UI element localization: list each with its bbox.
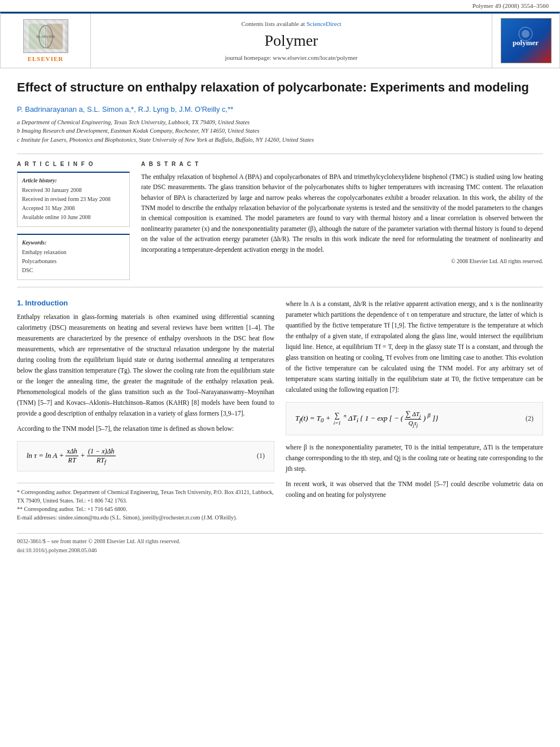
svg-text:polymer: polymer [513,38,539,47]
section-number: 1. [17,299,23,307]
footnote-star: * Corresponding author. Department of Ch… [17,488,274,505]
keywords-section: Keywords: Enthalpy relaxation Polycarbon… [17,234,130,280]
available-date: Available online 10 June 2008 [22,213,125,222]
equation-1-number: (1) [257,452,265,460]
affiliation-c: c Institute for Lasers, Photonics and Bi… [17,136,543,145]
svg-rect-2 [47,24,63,49]
elsevier-image: ELSEVIER [23,19,68,53]
article-info-column: A R T I C L E I N F O Article history: R… [17,161,130,280]
section-1-body: Enthalpy relaxation in glass-forming mat… [17,312,274,434]
accepted-date: Accepted 31 May 2008 [22,204,125,213]
right-col-text-1: where ln A is a constant, Δh/R is the re… [286,299,543,395]
history-label: Article history: [22,177,125,184]
affiliations: a Department of Chemical Engineering, Te… [17,118,543,145]
right-paragraph-3: In recent work, it was observed that the… [286,479,543,500]
elsevier-logo: ELSEVIER ELSEVIER [23,19,68,62]
elsevier-logo-section: ELSEVIER ELSEVIER [1,14,91,68]
email-label: E-mail addresses: [17,514,57,521]
intro-paragraph-2: According to the TNM model [5–7], the re… [17,423,274,434]
article-title: Effect of structure on enthalpy relaxati… [17,80,543,96]
equation-2-formula: Tf(t) = T0 + ∑ i=1 n ΔTi { 1 − exp [ − (… [295,409,438,428]
email-addresses: sindee.simon@ttu.edu (S.L. Simon), jorei… [58,514,237,521]
affiliation-b: b Imaging Research and Development, East… [17,126,543,136]
journal-homepage: journal homepage: www.elsevier.com/locat… [225,54,357,61]
article-meta-section: A R T I C L E I N F O Article history: R… [17,161,543,280]
header-top: Polymer 49 (2008) 3554–3560 [0,0,560,12]
svg-point-9 [522,30,530,38]
footnote-emails: E-mail addresses: sindee.simon@ttu.edu (… [17,513,274,522]
svg-rect-0 [26,21,65,52]
revised-date: Received in revised form 23 May 2008 [22,195,125,204]
keywords-label: Keywords: [22,239,125,246]
footer-issn: 0032-3861/$ – see front matter © 2008 El… [17,537,543,546]
keyword-3: DSC [22,266,125,275]
right-col-text-2: where β is the nonexponentiality paramet… [286,442,543,500]
footnote-double-star: ** Corresponding author. Tel.: +1 716 64… [17,505,274,513]
journal-header: ELSEVIER ELSEVIER Contents lists availab… [0,12,560,68]
journal-center-header: Contents lists available at ScienceDirec… [91,14,492,68]
body-section: 1. Introduction Enthalpy relaxation in g… [17,299,543,522]
section-1-title: 1. Introduction [17,299,274,307]
divider-2 [17,287,543,287]
body-left-column: 1. Introduction Enthalpy relaxation in g… [17,299,274,522]
abstract-label: A B S T R A C T [141,161,543,167]
main-content: Effect of structure on enthalpy relaxati… [0,68,560,566]
science-direct-link[interactable]: ScienceDirect [307,20,342,27]
article-info-label: A R T I C L E I N F O [17,161,130,167]
equation-2-number: (2) [526,414,533,423]
author-list: P. Badrinarayanan a, S.L. Simon a,*, R.J… [17,105,233,113]
authors-line: P. Badrinarayanan a, S.L. Simon a,*, R.J… [17,105,543,113]
journal-name: Polymer [265,32,318,50]
page-footer: 0032-3861/$ – see front matter © 2008 El… [17,533,543,555]
keyword-2: Polycarbonates [22,257,125,266]
intro-paragraph-1: Enthalpy relaxation in glass-forming mat… [17,312,274,419]
abstract-column: A B S T R A C T The enthalpy relaxation … [141,161,543,280]
received-date: Received 30 January 2008 [22,186,125,195]
svg-text:ELSEVIER: ELSEVIER [36,34,55,39]
article-history-section: Article history: Received 30 January 200… [17,172,130,227]
copyright-notice: © 2008 Elsevier Ltd. All rights reserved… [141,258,543,264]
right-paragraph-1: where ln A is a constant, Δh/R is the re… [286,299,543,395]
abstract-text: The enthalpy relaxation of bisphenol A (… [141,172,543,255]
footer-doi: doi:10.1016/j.polymer.2008.05.046 [17,546,543,555]
journal-reference: Polymer 49 (2008) 3554–3560 [280,2,549,9]
affiliation-a: a Department of Chemical Engineering, Te… [17,118,543,127]
equation-2-block: Tf(t) = T0 + ∑ i=1 n ΔTi { 1 − exp [ − (… [286,402,543,435]
equation-1-block: ln τ = ln A + xΔh RT + (1 − x)Δh RTf (1) [17,441,274,471]
polymer-logo: polymer [501,18,552,63]
footnotes-section: * Corresponding author. Department of Ch… [17,483,274,522]
section-title-text: Introduction [25,299,68,307]
right-paragraph-2: where β is the nonexponentiality paramet… [286,442,543,474]
science-direct-notice: Contents lists available at ScienceDirec… [241,20,341,27]
divider-1 [17,154,543,154]
svg-point-3 [39,25,53,48]
equation-1-formula: ln τ = ln A + xΔh RT + (1 − x)Δh RTf [27,447,116,465]
svg-rect-1 [29,24,45,49]
keyword-1: Enthalpy relaxation [22,248,125,257]
polymer-logo-section: polymer [492,14,559,68]
body-right-column: where ln A is a constant, Δh/R is the re… [286,299,543,522]
elsevier-brand-text: ELSEVIER [28,55,64,62]
